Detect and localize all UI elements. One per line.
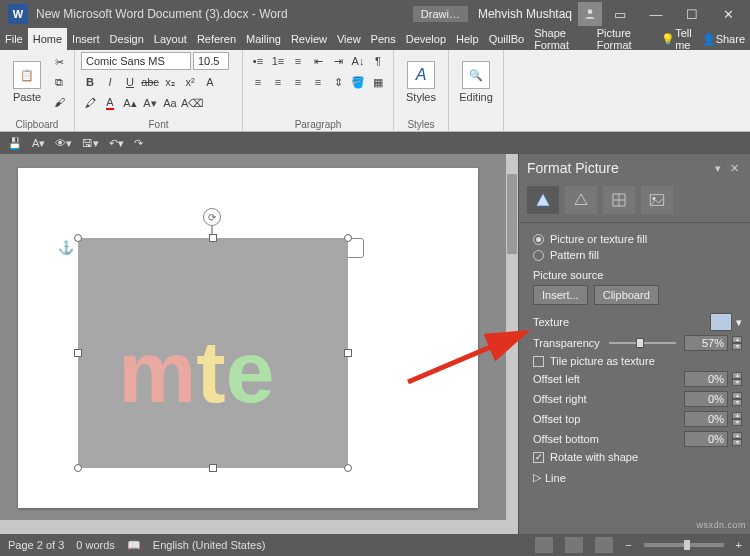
resize-handle-ml[interactable]: [74, 349, 82, 357]
change-case-icon[interactable]: Aa: [161, 94, 179, 112]
qat-save2-icon[interactable]: 🖫▾: [82, 137, 99, 150]
font-color-icon[interactable]: A: [101, 94, 119, 112]
styles-button[interactable]: A Styles: [400, 52, 442, 112]
sort-icon[interactable]: A↓: [349, 52, 367, 70]
anchor-icon[interactable]: ⚓: [58, 240, 74, 255]
zoom-out-button[interactable]: −: [625, 539, 631, 551]
view-web-icon[interactable]: [595, 537, 613, 553]
status-page[interactable]: Page 2 of 3: [8, 539, 64, 551]
tab-home[interactable]: Home: [28, 28, 67, 50]
tab-pens[interactable]: Pens: [366, 28, 401, 50]
tab-shape-format[interactable]: Shape Format: [529, 28, 592, 50]
clipboard-button[interactable]: Clipboard: [594, 285, 659, 305]
rotate-with-shape-checkbox[interactable]: Rotate with shape: [533, 451, 742, 463]
decrease-indent-icon[interactable]: ⇤: [309, 52, 327, 70]
highlight-icon[interactable]: 🖍: [81, 94, 99, 112]
qat-redo-icon[interactable]: ↷: [134, 137, 143, 150]
status-spell-icon[interactable]: 📖: [127, 539, 141, 552]
tab-references[interactable]: Referen: [192, 28, 241, 50]
selected-picture[interactable]: mte: [78, 238, 348, 468]
resize-handle-bl[interactable]: [74, 464, 82, 472]
panel-menu-icon[interactable]: ▾: [710, 162, 726, 175]
copy-icon[interactable]: ⧉: [50, 73, 68, 91]
transparency-slider[interactable]: [609, 336, 677, 350]
tab-insert[interactable]: Insert: [67, 28, 105, 50]
panel-close-icon[interactable]: ✕: [726, 162, 742, 175]
paste-button[interactable]: 📋 Paste: [6, 52, 48, 112]
offset-top-value[interactable]: 0%: [684, 411, 728, 427]
text-effects-icon[interactable]: A: [201, 73, 219, 91]
picture-texture-fill-radio[interactable]: Picture or texture fill: [533, 233, 742, 245]
line-spacing-icon[interactable]: ⇕: [329, 73, 347, 91]
qat-eye-icon[interactable]: 👁▾: [55, 137, 72, 150]
layout-props-icon[interactable]: [603, 186, 635, 214]
bullets-icon[interactable]: •≡: [249, 52, 267, 70]
texture-swatch[interactable]: [710, 313, 732, 331]
tile-checkbox[interactable]: Tile picture as texture: [533, 355, 742, 367]
offset-right-spinner[interactable]: ▴▾: [732, 392, 742, 406]
offset-bottom-value[interactable]: 0%: [684, 431, 728, 447]
tab-view[interactable]: View: [332, 28, 366, 50]
borders-icon[interactable]: ▦: [369, 73, 387, 91]
cut-icon[interactable]: ✂: [50, 53, 68, 71]
align-center-icon[interactable]: ≡: [269, 73, 287, 91]
offset-left-spinner[interactable]: ▴▾: [732, 372, 742, 386]
increase-indent-icon[interactable]: ⇥: [329, 52, 347, 70]
offset-top-spinner[interactable]: ▴▾: [732, 412, 742, 426]
effects-icon[interactable]: [565, 186, 597, 214]
texture-dropdown-icon[interactable]: ▾: [736, 316, 742, 329]
shading-icon[interactable]: 🪣: [349, 73, 367, 91]
tab-mailings[interactable]: Mailing: [241, 28, 286, 50]
resize-handle-tm[interactable]: [209, 234, 217, 242]
close-button[interactable]: ✕: [710, 0, 746, 28]
multilevel-icon[interactable]: ≡: [289, 52, 307, 70]
strikethrough-button[interactable]: abc: [141, 73, 159, 91]
clear-formatting-icon[interactable]: A⌫: [181, 94, 204, 112]
bold-button[interactable]: B: [81, 73, 99, 91]
resize-handle-mr[interactable]: [344, 349, 352, 357]
line-section[interactable]: ▷Line: [533, 471, 742, 484]
format-painter-icon[interactable]: 🖌: [50, 93, 68, 111]
resize-handle-tr[interactable]: [344, 234, 352, 242]
status-words[interactable]: 0 words: [76, 539, 115, 551]
tab-developer[interactable]: Develop: [401, 28, 451, 50]
account-avatar-icon[interactable]: [578, 2, 602, 26]
offset-right-value[interactable]: 0%: [684, 391, 728, 407]
justify-icon[interactable]: ≡: [309, 73, 327, 91]
vertical-scrollbar[interactable]: [506, 154, 518, 520]
rotate-handle[interactable]: ⟳: [203, 208, 221, 226]
transparency-slider-thumb[interactable]: [636, 338, 644, 348]
tab-layout[interactable]: Layout: [149, 28, 192, 50]
qat-save-icon[interactable]: 💾: [8, 137, 22, 150]
transparency-spinner[interactable]: ▴▾: [732, 336, 742, 350]
align-right-icon[interactable]: ≡: [289, 73, 307, 91]
minimize-button[interactable]: —: [638, 0, 674, 28]
tab-file[interactable]: File: [0, 28, 28, 50]
qat-font-color-icon[interactable]: A▾: [32, 137, 45, 150]
maximize-button[interactable]: ☐: [674, 0, 710, 28]
share-button[interactable]: 👤 Share: [697, 28, 750, 50]
numbering-icon[interactable]: 1≡: [269, 52, 287, 70]
offset-left-value[interactable]: 0%: [684, 371, 728, 387]
document-pane[interactable]: ⟳ ⚓ ⌃ mte: [0, 154, 518, 534]
status-language[interactable]: English (United States): [153, 539, 266, 551]
transparency-value[interactable]: 57%: [684, 335, 728, 351]
insert-picture-button[interactable]: Insert...: [533, 285, 588, 305]
contextual-tab-drawing[interactable]: Drawi…: [413, 6, 468, 22]
superscript-button[interactable]: x²: [181, 73, 199, 91]
fill-line-icon[interactable]: [527, 186, 559, 214]
tab-help[interactable]: Help: [451, 28, 484, 50]
resize-handle-bm[interactable]: [209, 464, 217, 472]
view-print-icon[interactable]: [565, 537, 583, 553]
tab-design[interactable]: Design: [105, 28, 149, 50]
tab-quillbot[interactable]: QuillBo: [484, 28, 529, 50]
italic-button[interactable]: I: [101, 73, 119, 91]
resize-handle-tl[interactable]: [74, 234, 82, 242]
underline-button[interactable]: U: [121, 73, 139, 91]
account-name[interactable]: Mehvish Mushtaq: [478, 7, 572, 21]
zoom-in-button[interactable]: +: [736, 539, 742, 551]
align-left-icon[interactable]: ≡: [249, 73, 267, 91]
tell-me[interactable]: 💡 Tell me: [656, 28, 697, 50]
qat-undo-icon[interactable]: ↶▾: [109, 137, 124, 150]
font-name-select[interactable]: Comic Sans MS: [81, 52, 191, 70]
